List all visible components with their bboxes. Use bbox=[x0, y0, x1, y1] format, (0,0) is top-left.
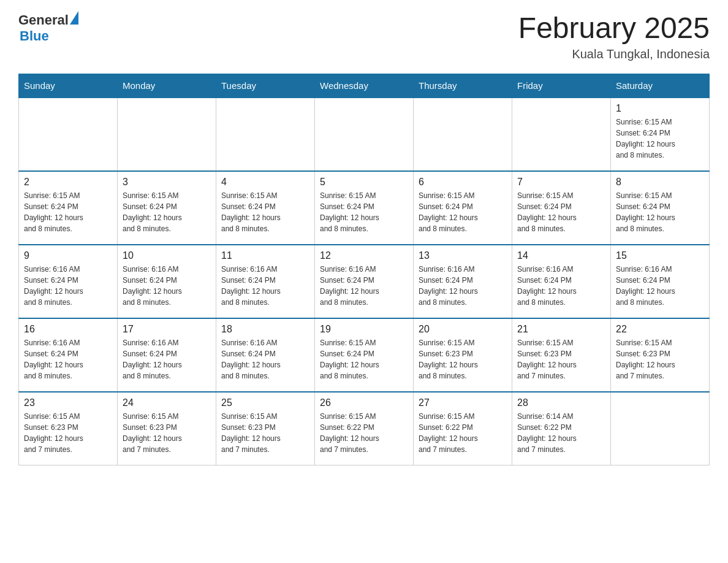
header-thursday: Thursday bbox=[414, 74, 512, 98]
day-number: 28 bbox=[517, 397, 605, 408]
header-saturday: Saturday bbox=[611, 74, 710, 98]
day-number: 6 bbox=[419, 177, 507, 188]
day-number: 7 bbox=[517, 177, 605, 188]
table-row: 28Sunrise: 6:14 AM Sunset: 6:22 PM Dayli… bbox=[512, 392, 611, 465]
day-number: 19 bbox=[320, 324, 408, 335]
table-row bbox=[512, 98, 611, 171]
day-info: Sunrise: 6:15 AM Sunset: 6:24 PM Dayligh… bbox=[320, 337, 408, 381]
day-number: 13 bbox=[419, 250, 507, 261]
day-info: Sunrise: 6:15 AM Sunset: 6:23 PM Dayligh… bbox=[123, 411, 211, 455]
day-info: Sunrise: 6:16 AM Sunset: 6:24 PM Dayligh… bbox=[24, 337, 112, 381]
day-number: 5 bbox=[320, 177, 408, 188]
day-number: 22 bbox=[616, 324, 704, 335]
day-info: Sunrise: 6:15 AM Sunset: 6:24 PM Dayligh… bbox=[123, 190, 211, 234]
calendar-table: Sunday Monday Tuesday Wednesday Thursday… bbox=[18, 74, 710, 466]
day-number: 8 bbox=[616, 177, 704, 188]
table-row: 27Sunrise: 6:15 AM Sunset: 6:22 PM Dayli… bbox=[414, 392, 512, 465]
page-header: General Blue February 2025 Kuala Tungkal… bbox=[18, 12, 710, 61]
day-info: Sunrise: 6:15 AM Sunset: 6:23 PM Dayligh… bbox=[24, 411, 112, 455]
table-row: 19Sunrise: 6:15 AM Sunset: 6:24 PM Dayli… bbox=[315, 318, 414, 392]
day-info: Sunrise: 6:15 AM Sunset: 6:22 PM Dayligh… bbox=[419, 411, 507, 455]
table-row: 12Sunrise: 6:16 AM Sunset: 6:24 PM Dayli… bbox=[315, 245, 414, 318]
day-number: 14 bbox=[517, 250, 605, 261]
day-number: 9 bbox=[24, 250, 112, 261]
table-row bbox=[414, 98, 512, 171]
table-row bbox=[611, 392, 710, 465]
day-info: Sunrise: 6:15 AM Sunset: 6:24 PM Dayligh… bbox=[616, 190, 704, 234]
header-sunday: Sunday bbox=[19, 74, 118, 98]
table-row: 8Sunrise: 6:15 AM Sunset: 6:24 PM Daylig… bbox=[611, 171, 710, 245]
header-wednesday: Wednesday bbox=[315, 74, 414, 98]
table-row: 20Sunrise: 6:15 AM Sunset: 6:23 PM Dayli… bbox=[414, 318, 512, 392]
logo-blue-text: Blue bbox=[20, 28, 49, 44]
header-tuesday: Tuesday bbox=[216, 74, 315, 98]
day-info: Sunrise: 6:16 AM Sunset: 6:24 PM Dayligh… bbox=[221, 337, 309, 381]
day-info: Sunrise: 6:15 AM Sunset: 6:24 PM Dayligh… bbox=[221, 190, 309, 234]
title-area: February 2025 Kuala Tungkal, Indonesia bbox=[518, 12, 710, 61]
table-row: 24Sunrise: 6:15 AM Sunset: 6:23 PM Dayli… bbox=[118, 392, 216, 465]
day-number: 17 bbox=[123, 324, 211, 335]
day-info: Sunrise: 6:16 AM Sunset: 6:24 PM Dayligh… bbox=[616, 264, 704, 308]
day-info: Sunrise: 6:15 AM Sunset: 6:24 PM Dayligh… bbox=[320, 190, 408, 234]
day-info: Sunrise: 6:16 AM Sunset: 6:24 PM Dayligh… bbox=[221, 264, 309, 308]
table-row: 5Sunrise: 6:15 AM Sunset: 6:24 PM Daylig… bbox=[315, 171, 414, 245]
day-number: 15 bbox=[616, 250, 704, 261]
location-label: Kuala Tungkal, Indonesia bbox=[518, 47, 710, 61]
table-row: 16Sunrise: 6:16 AM Sunset: 6:24 PM Dayli… bbox=[19, 318, 118, 392]
day-number: 26 bbox=[320, 397, 408, 408]
calendar-week-row: 16Sunrise: 6:16 AM Sunset: 6:24 PM Dayli… bbox=[19, 318, 710, 392]
day-info: Sunrise: 6:15 AM Sunset: 6:24 PM Dayligh… bbox=[24, 190, 112, 234]
table-row: 10Sunrise: 6:16 AM Sunset: 6:24 PM Dayli… bbox=[118, 245, 216, 318]
day-info: Sunrise: 6:16 AM Sunset: 6:24 PM Dayligh… bbox=[123, 264, 211, 308]
calendar-week-row: 2Sunrise: 6:15 AM Sunset: 6:24 PM Daylig… bbox=[19, 171, 710, 245]
day-info: Sunrise: 6:15 AM Sunset: 6:24 PM Dayligh… bbox=[616, 117, 704, 161]
day-info: Sunrise: 6:15 AM Sunset: 6:23 PM Dayligh… bbox=[517, 337, 605, 381]
table-row: 6Sunrise: 6:15 AM Sunset: 6:24 PM Daylig… bbox=[414, 171, 512, 245]
day-info: Sunrise: 6:15 AM Sunset: 6:24 PM Dayligh… bbox=[419, 190, 507, 234]
day-info: Sunrise: 6:15 AM Sunset: 6:23 PM Dayligh… bbox=[221, 411, 309, 455]
table-row: 14Sunrise: 6:16 AM Sunset: 6:24 PM Dayli… bbox=[512, 245, 611, 318]
day-info: Sunrise: 6:16 AM Sunset: 6:24 PM Dayligh… bbox=[24, 264, 112, 308]
day-info: Sunrise: 6:16 AM Sunset: 6:24 PM Dayligh… bbox=[320, 264, 408, 308]
logo-general-text: General bbox=[18, 12, 69, 28]
day-info: Sunrise: 6:16 AM Sunset: 6:24 PM Dayligh… bbox=[123, 337, 211, 381]
table-row: 9Sunrise: 6:16 AM Sunset: 6:24 PM Daylig… bbox=[19, 245, 118, 318]
table-row: 11Sunrise: 6:16 AM Sunset: 6:24 PM Dayli… bbox=[216, 245, 315, 318]
day-info: Sunrise: 6:15 AM Sunset: 6:22 PM Dayligh… bbox=[320, 411, 408, 455]
table-row: 7Sunrise: 6:15 AM Sunset: 6:24 PM Daylig… bbox=[512, 171, 611, 245]
table-row: 1Sunrise: 6:15 AM Sunset: 6:24 PM Daylig… bbox=[611, 98, 710, 171]
day-number: 20 bbox=[419, 324, 507, 335]
day-number: 16 bbox=[24, 324, 112, 335]
logo-triangle-icon bbox=[70, 11, 78, 25]
day-number: 3 bbox=[123, 177, 211, 188]
table-row bbox=[315, 98, 414, 171]
day-number: 2 bbox=[24, 177, 112, 188]
day-info: Sunrise: 6:14 AM Sunset: 6:22 PM Dayligh… bbox=[517, 411, 605, 455]
table-row: 25Sunrise: 6:15 AM Sunset: 6:23 PM Dayli… bbox=[216, 392, 315, 465]
calendar-week-row: 1Sunrise: 6:15 AM Sunset: 6:24 PM Daylig… bbox=[19, 98, 710, 171]
table-row bbox=[216, 98, 315, 171]
table-row bbox=[19, 98, 118, 171]
table-row: 13Sunrise: 6:16 AM Sunset: 6:24 PM Dayli… bbox=[414, 245, 512, 318]
day-info: Sunrise: 6:15 AM Sunset: 6:23 PM Dayligh… bbox=[419, 337, 507, 381]
table-row: 22Sunrise: 6:15 AM Sunset: 6:23 PM Dayli… bbox=[611, 318, 710, 392]
calendar-week-row: 9Sunrise: 6:16 AM Sunset: 6:24 PM Daylig… bbox=[19, 245, 710, 318]
day-info: Sunrise: 6:15 AM Sunset: 6:23 PM Dayligh… bbox=[616, 337, 704, 381]
day-info: Sunrise: 6:15 AM Sunset: 6:24 PM Dayligh… bbox=[517, 190, 605, 234]
calendar-week-row: 23Sunrise: 6:15 AM Sunset: 6:23 PM Dayli… bbox=[19, 392, 710, 465]
day-number: 4 bbox=[221, 177, 309, 188]
day-number: 21 bbox=[517, 324, 605, 335]
table-row: 4Sunrise: 6:15 AM Sunset: 6:24 PM Daylig… bbox=[216, 171, 315, 245]
day-number: 18 bbox=[221, 324, 309, 335]
table-row: 26Sunrise: 6:15 AM Sunset: 6:22 PM Dayli… bbox=[315, 392, 414, 465]
day-number: 27 bbox=[419, 397, 507, 408]
logo-line1: General bbox=[18, 12, 78, 28]
table-row: 3Sunrise: 6:15 AM Sunset: 6:24 PM Daylig… bbox=[118, 171, 216, 245]
day-number: 11 bbox=[221, 250, 309, 261]
day-number: 10 bbox=[123, 250, 211, 261]
table-row: 23Sunrise: 6:15 AM Sunset: 6:23 PM Dayli… bbox=[19, 392, 118, 465]
table-row: 18Sunrise: 6:16 AM Sunset: 6:24 PM Dayli… bbox=[216, 318, 315, 392]
day-number: 1 bbox=[616, 103, 704, 114]
header-monday: Monday bbox=[118, 74, 216, 98]
table-row: 21Sunrise: 6:15 AM Sunset: 6:23 PM Dayli… bbox=[512, 318, 611, 392]
